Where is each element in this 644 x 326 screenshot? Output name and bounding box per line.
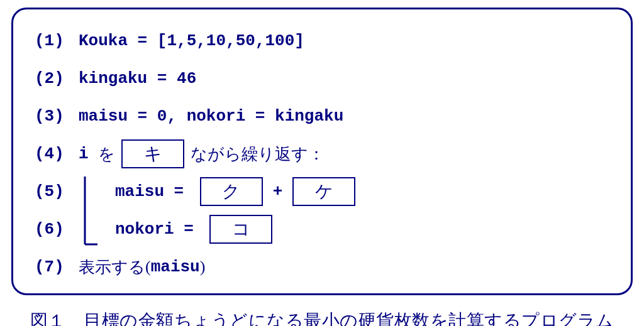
code-arg: maisu bbox=[151, 258, 200, 276]
jp-text: ながら繰り返す： bbox=[191, 143, 325, 165]
code-content: Kouka = [1,5,10,50,100] bbox=[79, 31, 304, 50]
line-number: (6) bbox=[35, 220, 79, 239]
plus-operator: + bbox=[273, 182, 283, 201]
code-content: maisu = ク + ケ bbox=[115, 177, 362, 206]
code-line-3: (3) maisu = 0, nokori = kingaku bbox=[35, 100, 613, 133]
code-content: kingaku = 46 bbox=[79, 69, 196, 88]
paren-close: ) bbox=[200, 258, 206, 276]
code-text: maisu = 0, nokori = kingaku bbox=[79, 107, 343, 126]
code-text: nokori = bbox=[115, 220, 203, 239]
code-text: maisu = bbox=[115, 182, 194, 201]
code-line-5: (5) maisu = ク + ケ bbox=[35, 175, 613, 208]
code-content: maisu = 0, nokori = kingaku bbox=[79, 107, 343, 126]
code-content: i を キ ながら繰り返す： bbox=[79, 139, 325, 168]
code-line-1: (1) Kouka = [1,5,10,50,100] bbox=[35, 24, 613, 57]
code-content: nokori = コ bbox=[115, 215, 279, 244]
loop-bracket-icon bbox=[81, 177, 100, 247]
code-line-6: (6) nokori = コ bbox=[35, 213, 613, 246]
line-number: (5) bbox=[35, 182, 79, 201]
blank-ki: キ bbox=[121, 139, 184, 168]
code-content: 表示する ( maisu ) bbox=[79, 256, 205, 278]
code-text: Kouka = [1,5,10,50,100] bbox=[79, 31, 304, 50]
figure-caption: 図１ 目標の金額ちょうどになる最小の硬貨枚数を計算するプログラム bbox=[11, 309, 633, 326]
line-number: (2) bbox=[35, 69, 79, 88]
code-figure-box: (1) Kouka = [1,5,10,50,100] (2) kingaku … bbox=[11, 8, 633, 295]
jp-text: を bbox=[98, 143, 115, 165]
paren-open: ( bbox=[145, 258, 151, 276]
line-number: (1) bbox=[35, 31, 79, 50]
line-number: (3) bbox=[35, 107, 79, 126]
code-line-4: (4) i を キ ながら繰り返す： bbox=[35, 138, 613, 170]
blank-ke: ケ bbox=[292, 177, 355, 206]
blank-ku: ク bbox=[200, 177, 263, 206]
line-number: (7) bbox=[35, 258, 79, 276]
code-text: i bbox=[79, 144, 98, 163]
line-number: (4) bbox=[35, 144, 79, 163]
code-line-7: (7) 表示する ( maisu ) bbox=[35, 251, 613, 283]
code-text: kingaku = 46 bbox=[79, 69, 196, 88]
blank-ko: コ bbox=[209, 215, 272, 244]
jp-text: 表示する bbox=[79, 256, 145, 278]
code-line-2: (2) kingaku = 46 bbox=[35, 62, 613, 95]
loop-body: (5) maisu = ク + ケ (6) nokori = コ bbox=[35, 175, 613, 246]
